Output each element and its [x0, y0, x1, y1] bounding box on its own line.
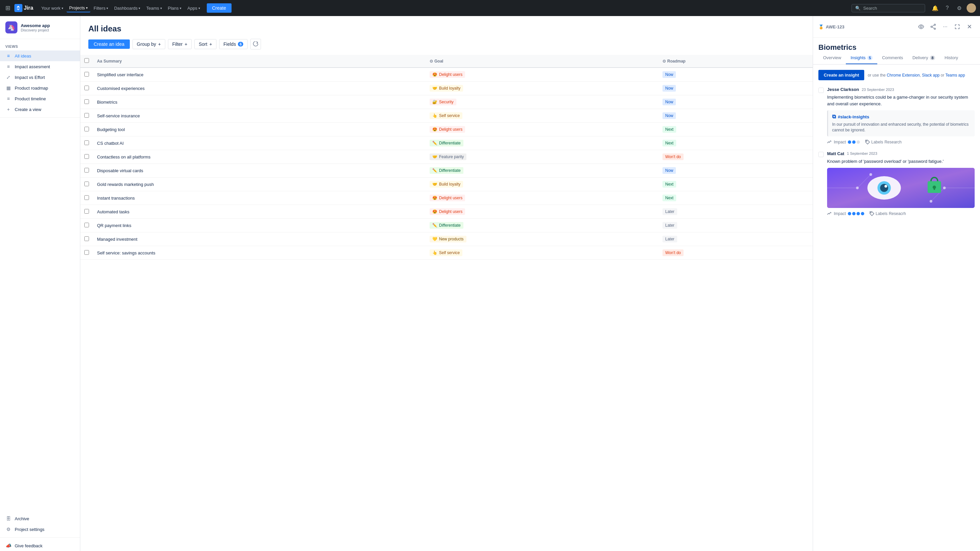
nav-item-dashboards[interactable]: Dashboards ▾ — [111, 4, 143, 12]
row-checkbox-cell — [80, 137, 93, 150]
row-checkbox[interactable] — [84, 181, 89, 186]
nav-item-teams[interactable]: Teams ▾ — [143, 4, 164, 12]
expand-button[interactable] — [952, 21, 963, 32]
sidebar-item-settings[interactable]: ⚙ Project settings — [0, 524, 80, 535]
goal-emoji: 🤝 — [432, 182, 437, 187]
table-row[interactable]: Gold rewards marketing push 🤝 Build loya… — [80, 178, 813, 191]
view-icon: ▦ — [5, 85, 11, 91]
row-checkbox[interactable] — [84, 113, 89, 118]
row-checkbox[interactable] — [84, 168, 89, 173]
row-goal: 😍 Delight users — [426, 191, 659, 205]
row-checkbox[interactable] — [84, 140, 89, 145]
more-options-button[interactable]: ··· — [940, 21, 951, 32]
goal-emoji: 🤝 — [432, 154, 437, 159]
group-by-button[interactable]: Group by + — [132, 39, 165, 49]
panel-tab-insights[interactable]: Insights5 — [846, 52, 877, 64]
row-summary: Contactless on all platforms — [93, 150, 426, 164]
insight-checkbox[interactable] — [818, 87, 824, 93]
ideas-tbody: Simplified user interface 😍 Delight user… — [80, 68, 813, 260]
user-avatar[interactable] — [967, 3, 976, 13]
insight-checkbox[interactable] — [818, 152, 824, 157]
roadmap-badge: Later — [662, 208, 677, 215]
sidebar-item-product-timeline[interactable]: ≡Product timeline — [0, 93, 80, 104]
sort-button[interactable]: Sort + — [194, 39, 216, 49]
insights-container: Jesse Clarkson 23 September 2023 Impleme… — [818, 87, 975, 216]
slack-app-link[interactable]: Slack app — [922, 73, 940, 78]
table-row[interactable]: Contactless on all platforms 🤝 Feature p… — [80, 150, 813, 164]
share-button[interactable] — [928, 21, 939, 32]
row-checkbox[interactable] — [84, 237, 89, 241]
table-row[interactable]: Automated tasks 😍 Delight users Later — [80, 205, 813, 219]
table-row[interactable]: Disposable virtual cards ✏️ Differentiat… — [80, 164, 813, 178]
fields-button[interactable]: Fields 6 — [219, 39, 248, 49]
table-row[interactable]: Self-service insurance 👆 Self service No… — [80, 109, 813, 123]
close-button[interactable]: ✕ — [964, 21, 975, 32]
row-checkbox[interactable] — [84, 127, 89, 132]
sidebar-item-archive[interactable]: 🗄 Archive — [0, 513, 80, 524]
nav-item-plans[interactable]: Plans ▾ — [165, 4, 185, 12]
table-row[interactable]: Customised experiences 🤝 Build loyalty N… — [80, 82, 813, 95]
nav-item-projects[interactable]: Projects ▾ — [67, 4, 90, 13]
panel-tab-comments[interactable]: Comments — [877, 52, 908, 64]
sidebar-views: ≡All ideas≡Impact assesment⤢Impact vs Ef… — [0, 51, 80, 104]
row-goal: 😍 Delight users — [426, 68, 659, 82]
nav-item-apps[interactable]: Apps ▾ — [185, 4, 203, 12]
jira-icon — [14, 4, 22, 12]
sidebar-item-create-view[interactable]: + Create a view — [0, 104, 80, 115]
table-row[interactable]: Simplified user interface 😍 Delight user… — [80, 68, 813, 82]
settings-icon[interactable]: ⚙ — [955, 3, 964, 13]
refresh-button[interactable] — [250, 39, 261, 49]
roadmap-badge: Next — [662, 181, 676, 187]
create-insight-button[interactable]: Create an insight — [818, 70, 864, 80]
create-idea-button[interactable]: Create an idea — [88, 40, 130, 49]
row-checkbox[interactable] — [84, 250, 89, 255]
row-checkbox[interactable] — [84, 99, 89, 104]
roadmap-badge: Next — [662, 126, 676, 133]
sidebar-item-impact-assesment[interactable]: ≡Impact assesment — [0, 61, 80, 72]
chrome-extension-link[interactable]: Chrome Extension — [887, 73, 920, 78]
nav-item-your-work[interactable]: Your work ▾ — [38, 4, 65, 12]
watch-button[interactable] — [916, 21, 926, 32]
row-checkbox[interactable] — [84, 86, 89, 90]
panel-tab-delivery[interactable]: Delivery8 — [908, 52, 940, 64]
help-icon[interactable]: ? — [942, 3, 952, 13]
impact-dot — [852, 140, 856, 144]
panel-tab-overview[interactable]: Overview — [818, 52, 846, 64]
create-button[interactable]: Create — [207, 3, 232, 13]
table-row[interactable]: Budgeting tool 😍 Delight users Next — [80, 123, 813, 137]
chevron-down-icon: ▾ — [86, 6, 88, 10]
notifications-icon[interactable]: 🔔 — [931, 3, 940, 13]
teams-app-link[interactable]: Teams app — [945, 73, 965, 78]
table-row[interactable]: QR payment links ✏️ Differentiate Later — [80, 219, 813, 232]
insight-item: Matt Cat 1 September 2023 Known problem … — [818, 151, 975, 216]
grid-icon[interactable]: ⊞ — [4, 3, 12, 13]
select-all-checkbox[interactable] — [84, 58, 89, 63]
sidebar-item-product-roadmap[interactable]: ▦Product roadmap — [0, 83, 80, 93]
table-row[interactable]: Biometrics 🔐 Security Now — [80, 95, 813, 109]
svg-point-14 — [870, 173, 872, 176]
row-checkbox[interactable] — [84, 72, 89, 76]
nav-item-filters[interactable]: Filters ▾ — [91, 4, 111, 12]
search-bar[interactable]: 🔍 Search — [851, 4, 925, 13]
row-summary: Instant transactions — [93, 191, 426, 205]
table-row[interactable]: Instant transactions 😍 Delight users Nex… — [80, 191, 813, 205]
row-checkbox[interactable] — [84, 223, 89, 227]
archive-label: Archive — [15, 516, 29, 521]
row-checkbox[interactable] — [84, 154, 89, 159]
sidebar-item-feedback[interactable]: 📣 Give feedback — [0, 540, 80, 551]
sidebar-item-all-ideas[interactable]: ≡All ideas — [0, 51, 80, 61]
sidebar-item-impact-vs-effort[interactable]: ⤢Impact vs Effort — [0, 72, 80, 83]
table-row[interactable]: Managed investment 💛 New products Later — [80, 232, 813, 246]
row-checkbox[interactable] — [84, 195, 89, 200]
labels-value: Reseacrh — [889, 211, 906, 216]
row-checkbox[interactable] — [84, 209, 89, 214]
view-label: Impact assesment — [15, 64, 50, 69]
table-row[interactable]: CS chatbot AI ✏️ Differentiate Next — [80, 137, 813, 150]
panel-tab-history[interactable]: History — [940, 52, 963, 64]
table-row[interactable]: Self service: savings accounts 👆 Self se… — [80, 246, 813, 260]
insight-labels: Labels Reseacrh — [870, 211, 906, 216]
impact-dot — [861, 212, 864, 215]
filter-button[interactable]: Filter + — [168, 39, 192, 49]
row-goal: 🤝 Build loyalty — [426, 82, 659, 95]
row-summary: Budgeting tool — [93, 123, 426, 137]
